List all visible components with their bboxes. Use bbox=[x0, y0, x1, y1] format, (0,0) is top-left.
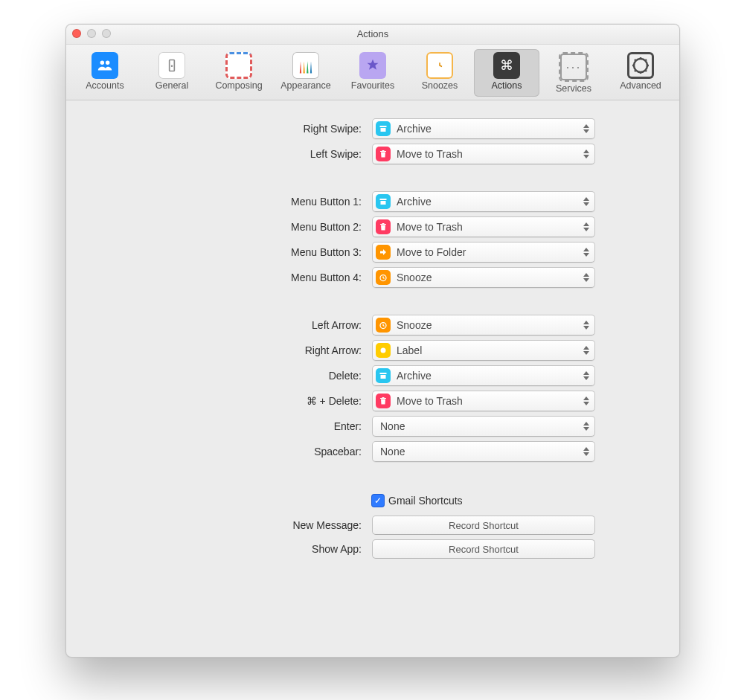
toolbar-tab-label: Appearance bbox=[280, 80, 330, 91]
chevron-updown-icon bbox=[581, 394, 591, 408]
popup-value: None bbox=[380, 420, 405, 432]
gmail-shortcuts-label: Gmail Shortcuts bbox=[388, 495, 463, 507]
archive-icon bbox=[376, 121, 391, 136]
chevron-updown-icon bbox=[581, 445, 591, 458]
menu-button-1-label: Menu Button 1: bbox=[171, 196, 365, 208]
move-to-folder-icon bbox=[376, 245, 391, 260]
popup-value: Archive bbox=[397, 196, 432, 208]
toolbar-tab-services[interactable]: ··· Services bbox=[541, 49, 606, 97]
left-swipe-label: Left Swipe: bbox=[171, 148, 365, 160]
left-arrow-popup[interactable]: Snooze bbox=[372, 315, 595, 335]
popup-value: Move to Folder bbox=[397, 246, 466, 258]
show-app-label: Show App: bbox=[171, 543, 365, 555]
toolbar-tab-label: Accounts bbox=[86, 80, 124, 91]
trash-icon bbox=[376, 394, 391, 408]
popup-value: Move to Trash bbox=[397, 148, 463, 160]
advanced-icon bbox=[627, 52, 654, 79]
new-message-label: New Message: bbox=[171, 519, 365, 531]
toolbar-tab-composing[interactable]: Composing bbox=[206, 49, 272, 97]
favourites-icon bbox=[359, 52, 386, 79]
menu-button-1-popup[interactable]: Archive bbox=[372, 191, 595, 212]
toolbar-tab-label: Actions bbox=[492, 80, 522, 91]
preferences-toolbar: Accounts General Composing App bbox=[66, 45, 679, 100]
snooze-icon bbox=[376, 270, 391, 285]
left-swipe-popup[interactable]: Move to Trash bbox=[372, 144, 595, 164]
chevron-updown-icon bbox=[581, 271, 591, 284]
window-minimize-button[interactable] bbox=[87, 29, 96, 38]
enter-label: Enter: bbox=[171, 420, 365, 432]
snoozes-icon bbox=[426, 52, 453, 79]
popup-value: Label bbox=[397, 344, 422, 356]
preferences-body: Right Swipe: Archive Left Swipe: Move to… bbox=[66, 100, 679, 588]
toolbar-tab-favourites[interactable]: Favourites bbox=[340, 49, 405, 97]
window-close-button[interactable] bbox=[72, 29, 81, 38]
right-swipe-popup[interactable]: Archive bbox=[372, 118, 595, 139]
accounts-icon bbox=[92, 52, 118, 79]
toolbar-tab-general[interactable]: General bbox=[139, 49, 205, 97]
popup-value: Archive bbox=[397, 370, 432, 382]
chevron-updown-icon bbox=[581, 220, 591, 234]
general-icon bbox=[158, 52, 185, 79]
toolbar-tab-snoozes[interactable]: Snoozes bbox=[407, 49, 472, 97]
right-arrow-label: Right Arrow: bbox=[171, 344, 365, 356]
actions-icon: ⌘ bbox=[493, 52, 520, 79]
chevron-updown-icon bbox=[581, 195, 591, 208]
svg-point-5 bbox=[381, 348, 386, 353]
show-app-record-button[interactable]: Record Shortcut bbox=[372, 539, 595, 559]
toolbar-tab-appearance[interactable]: Appearance bbox=[273, 49, 339, 97]
delete-label: Delete: bbox=[171, 370, 365, 382]
right-arrow-popup[interactable]: Label bbox=[372, 340, 595, 361]
popup-value: Move to Trash bbox=[397, 395, 463, 407]
chevron-updown-icon bbox=[581, 420, 591, 433]
popup-value: Move to Trash bbox=[397, 221, 463, 233]
chevron-updown-icon bbox=[581, 369, 591, 382]
chevron-updown-icon bbox=[581, 318, 591, 332]
chevron-updown-icon bbox=[581, 344, 591, 357]
appearance-icon bbox=[292, 52, 319, 79]
toolbar-tab-label: Favourites bbox=[351, 80, 394, 91]
menu-button-4-label: Menu Button 4: bbox=[171, 272, 365, 283]
label-icon bbox=[376, 343, 391, 358]
toolbar-tab-label: Advanced bbox=[620, 80, 661, 91]
menu-button-3-popup[interactable]: Move to Folder bbox=[372, 242, 595, 263]
enter-popup[interactable]: None bbox=[372, 416, 595, 437]
gmail-shortcuts-checkbox[interactable]: ✓ bbox=[372, 495, 384, 507]
snooze-icon bbox=[376, 318, 391, 333]
menu-button-2-label: Menu Button 2: bbox=[171, 221, 365, 233]
trash-icon bbox=[376, 219, 391, 234]
preferences-window: Actions Accounts General Composing bbox=[65, 24, 680, 658]
popup-value: Archive bbox=[397, 123, 432, 135]
button-label: Record Shortcut bbox=[449, 544, 519, 555]
delete-popup[interactable]: Archive bbox=[372, 365, 595, 386]
toolbar-tab-label: Snoozes bbox=[422, 80, 458, 91]
left-arrow-label: Left Arrow: bbox=[171, 319, 365, 331]
menu-button-3-label: Menu Button 3: bbox=[171, 246, 365, 258]
menu-button-4-popup[interactable]: Snooze bbox=[372, 267, 595, 288]
chevron-updown-icon bbox=[581, 122, 591, 135]
toolbar-tab-actions[interactable]: ⌘ Actions bbox=[474, 49, 539, 97]
popup-value: None bbox=[380, 446, 405, 457]
spacebar-popup[interactable]: None bbox=[372, 441, 595, 462]
spacebar-label: Spacebar: bbox=[171, 446, 365, 457]
menu-button-2-popup[interactable]: Move to Trash bbox=[372, 216, 595, 237]
chevron-updown-icon bbox=[581, 147, 591, 161]
archive-icon bbox=[376, 368, 391, 383]
window-title: Actions bbox=[357, 28, 389, 39]
trash-icon bbox=[376, 147, 391, 161]
toolbar-tab-label: General bbox=[155, 80, 188, 91]
cmd-delete-popup[interactable]: Move to Trash bbox=[372, 391, 595, 411]
new-message-record-button[interactable]: Record Shortcut bbox=[372, 516, 595, 535]
titlebar: Actions bbox=[66, 25, 679, 45]
svg-point-2 bbox=[634, 59, 647, 72]
toolbar-tab-label: Services bbox=[556, 83, 591, 94]
services-icon: ··· bbox=[559, 52, 589, 82]
archive-icon bbox=[376, 194, 391, 209]
chevron-updown-icon bbox=[581, 245, 591, 259]
toolbar-tab-accounts[interactable]: Accounts bbox=[72, 49, 138, 97]
toolbar-tab-advanced[interactable]: Advanced bbox=[608, 49, 673, 97]
right-swipe-label: Right Swipe: bbox=[171, 123, 365, 135]
cmd-delete-label: ⌘ + Delete: bbox=[171, 395, 365, 407]
window-zoom-button[interactable] bbox=[102, 29, 111, 38]
button-label: Record Shortcut bbox=[449, 520, 519, 531]
composing-icon bbox=[225, 52, 252, 79]
